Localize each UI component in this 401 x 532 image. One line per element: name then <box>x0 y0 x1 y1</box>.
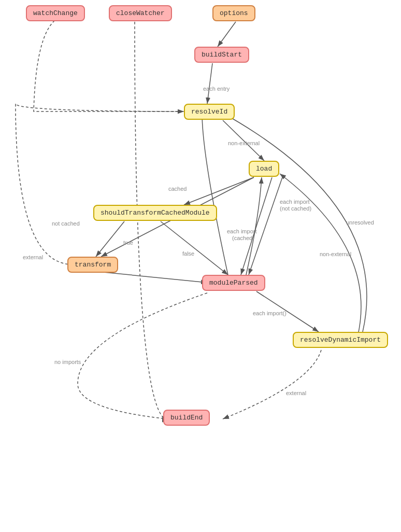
node-watchChange: watchChange <box>26 5 85 21</box>
node-load: load <box>249 161 279 177</box>
svg-line-7 <box>96 221 124 257</box>
label-non-external-2: non-external <box>320 251 351 257</box>
svg-line-3 <box>207 63 212 104</box>
label-true: true <box>123 240 133 246</box>
label-non-external-1: non-external <box>228 140 260 146</box>
label-unresolved: unresolved <box>346 219 374 226</box>
label-not-cached: not cached <box>52 220 80 227</box>
node-closeWatcher: closeWatcher <box>109 5 172 21</box>
label-not-cached-paren: (not cached) <box>280 205 311 212</box>
label-no-imports: no imports <box>54 359 81 365</box>
node-resolveId: resolveId <box>184 104 235 120</box>
svg-line-5 <box>184 177 254 205</box>
label-cached-paren: (cached) <box>232 235 254 241</box>
label-each-import-fn: each import() <box>253 310 287 316</box>
label-external-2: external <box>286 390 306 396</box>
node-buildEnd: buildEnd <box>163 410 210 426</box>
svg-line-8 <box>161 221 228 275</box>
label-cached: cached <box>168 186 187 192</box>
svg-line-10 <box>249 177 282 275</box>
label-each-import-cached: each import <box>227 228 256 234</box>
node-moduleParsed: moduleParsed <box>202 275 265 291</box>
node-buildStart: buildStart <box>194 47 249 63</box>
svg-line-9 <box>104 272 207 283</box>
label-each-entry: each entry <box>203 86 230 92</box>
arrows-svg <box>0 0 401 532</box>
svg-line-11 <box>241 177 272 275</box>
flowchart-diagram: watchChange closeWatcher options buildSt… <box>0 0 401 532</box>
label-false: false <box>182 250 194 257</box>
label-external-1: external <box>23 254 43 260</box>
label-each-import-not-cached: each import <box>280 199 309 205</box>
node-options: options <box>212 5 255 21</box>
node-transform: transform <box>67 257 118 273</box>
node-resolveDynamicImport: resolveDynamicImport <box>293 332 388 348</box>
node-shouldTransformCachedModule: shouldTransformCachedModule <box>93 205 217 221</box>
svg-line-2 <box>218 22 236 47</box>
